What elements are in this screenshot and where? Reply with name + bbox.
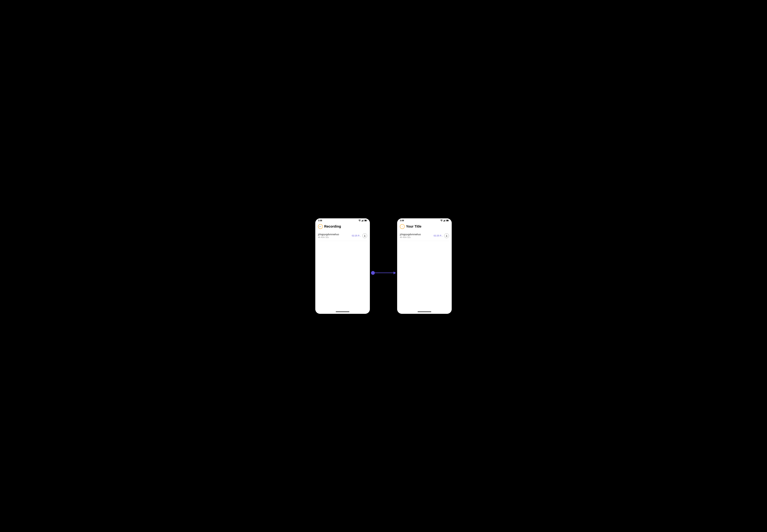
svg-rect-11	[445, 220, 445, 221]
recording-time-1: 02:25 P...	[352, 234, 361, 237]
arrow-line	[375, 273, 394, 273]
recording-actions-1: 02:25 P...	[352, 233, 367, 238]
page-title-1: Recording	[324, 224, 367, 228]
back-arrow-icon-1: ←	[319, 225, 322, 228]
recording-time-2: 02:25 P...	[434, 234, 443, 237]
recording-list-2: jzhqpyvgdvmnwhuo 4h 43m 32s 02:25 P...	[397, 231, 452, 310]
home-bar-1	[336, 311, 349, 312]
back-button-2[interactable]: ‹	[400, 224, 405, 229]
phone-2: 3:09 ‹	[397, 218, 452, 314]
signal-icon-1	[361, 220, 364, 221]
recording-duration-2: 4h 43m 32s	[400, 236, 421, 238]
list-item[interactable]: jzhqpyvgdvmnwhuo 4h 43m 32s 02:25 P...	[400, 231, 449, 241]
arrow-head	[394, 272, 396, 274]
svg-rect-5	[367, 220, 367, 221]
status-time-1: 3:08	[318, 219, 322, 222]
recording-info-2: jzhqpyvgdvmnwhuo 4h 43m 32s	[400, 233, 421, 238]
scene: 3:08 ←	[307, 217, 460, 316]
recording-name-2: jzhqpyvgdvmnwhuo	[400, 233, 421, 236]
battery-icon-2	[446, 220, 449, 221]
download-button-1[interactable]	[362, 233, 367, 238]
svg-rect-3	[363, 220, 364, 221]
svg-rect-9	[443, 221, 444, 221]
signal-icon-2	[443, 220, 446, 221]
svg-rect-1	[362, 220, 363, 222]
status-icons-1	[358, 220, 367, 221]
app-bar-1: ← Recording	[315, 222, 370, 231]
back-arrow-icon-2: ‹	[402, 225, 403, 228]
arrow-start-dot	[371, 271, 375, 275]
battery-icon-1	[364, 220, 367, 221]
page-title-2: Your Title	[406, 224, 449, 228]
status-bar-1: 3:08	[315, 218, 370, 222]
download-button-2[interactable]	[444, 233, 449, 238]
recording-actions-2: 02:25 P...	[434, 233, 449, 238]
wifi-icon-1	[358, 220, 361, 221]
svg-rect-2	[363, 220, 363, 221]
svg-rect-10	[444, 220, 445, 222]
list-item[interactable]: jzhqpyvgdvmnwhuo 4h 43m 32s 02:25 P...	[318, 231, 367, 241]
svg-rect-15	[447, 220, 448, 221]
home-indicator-2	[397, 310, 452, 314]
download-icon-2	[446, 235, 448, 237]
svg-rect-12	[445, 220, 446, 221]
home-bar-2	[418, 311, 431, 312]
transition-arrow	[371, 271, 396, 275]
download-icon-1	[363, 235, 366, 237]
status-icons-2	[440, 220, 449, 221]
phone-1: 3:08 ←	[315, 218, 370, 314]
back-button-1[interactable]: ←	[318, 224, 323, 229]
app-bar-2: ‹ Your Title	[397, 222, 452, 231]
recording-info-1: jzhqpyvgdvmnwhuo 4h 43m 32s	[318, 233, 339, 238]
svg-rect-0	[361, 221, 362, 221]
recording-name-1: jzhqpyvgdvmnwhuo	[318, 233, 339, 236]
home-indicator-1	[315, 310, 370, 314]
status-bar-2: 3:09	[397, 218, 452, 222]
svg-rect-14	[449, 220, 449, 221]
recording-list-1: jzhqpyvgdvmnwhuo 4h 43m 32s 02:25 P...	[315, 231, 370, 310]
status-time-2: 3:09	[400, 219, 404, 222]
recording-duration-1: 4h 43m 32s	[318, 236, 339, 238]
transition-arrow-container	[370, 257, 397, 275]
svg-rect-6	[365, 220, 366, 221]
wifi-icon-2	[440, 220, 443, 221]
